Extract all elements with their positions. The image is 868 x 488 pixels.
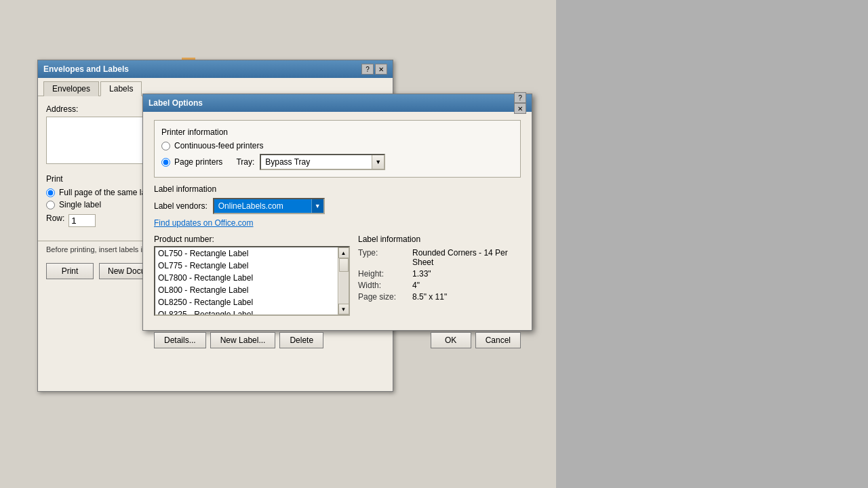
envelopes-dialog-titlebar: Envelopes and Labels ? ✕: [38, 60, 393, 78]
info-width-row: Width: 4": [358, 281, 521, 290]
product-list-scrollbar: ▲ ▼: [338, 247, 349, 314]
list-item[interactable]: OL750 - Rectangle Label: [155, 247, 338, 260]
two-panel: Product number: OL750 - Rectangle Label …: [154, 235, 521, 316]
type-value: Rounded Corners - 14 Per Sheet: [412, 248, 521, 267]
tray-dropdown-button[interactable]: ▼: [372, 155, 384, 169]
envelopes-dialog-title: Envelopes and Labels: [43, 64, 129, 74]
page-printers-radio[interactable]: [161, 158, 170, 167]
row-input[interactable]: [68, 214, 96, 227]
label-vendors-row: Label vendors: OnlineLabels.com ▼: [154, 198, 521, 214]
vendor-dropdown-button[interactable]: ▼: [311, 199, 323, 213]
printer-info-label: Printer information: [161, 127, 513, 137]
height-key: Height:: [358, 269, 412, 279]
lo-buttons-left: Details... New Label... Delete: [154, 332, 323, 348]
label-info-label: Label information: [154, 184, 521, 194]
background-right: [556, 0, 868, 488]
tab-labels[interactable]: Labels: [100, 81, 142, 96]
info-table: Type: Rounded Corners - 14 Per Sheet Hei…: [358, 248, 521, 304]
list-item[interactable]: OL7800 - Rectangle Label: [155, 272, 338, 284]
type-key: Type:: [358, 248, 412, 267]
tray-value: Bypass Tray: [261, 156, 372, 168]
new-label-button[interactable]: New Label...: [210, 332, 276, 348]
pagesize-value: 8.5" x 11": [412, 292, 447, 302]
ok-button[interactable]: OK: [431, 332, 471, 348]
pagesize-key: Page size:: [358, 292, 412, 302]
width-key: Width:: [358, 281, 412, 290]
label-options-content: Printer information Continuous-feed prin…: [143, 112, 532, 324]
info-pagesize-row: Page size: 8.5" x 11": [358, 292, 521, 302]
label-options-buttons: Details... New Label... Delete OK Cancel: [143, 327, 532, 354]
envelopes-close-button[interactable]: ✕: [375, 64, 387, 75]
cancel-button[interactable]: Cancel: [475, 332, 521, 348]
page-printers-row: Page printers Tray: Bypass Tray ▼: [161, 154, 513, 170]
vendors-label: Label vendors:: [154, 201, 208, 211]
info-panel-title: Label information: [358, 235, 521, 244]
list-item[interactable]: OL775 - Rectangle Label: [155, 260, 338, 272]
page-printers-option: Page printers: [161, 157, 222, 167]
single-label-text: Single label: [59, 200, 101, 209]
label-options-help-button[interactable]: ?: [514, 92, 526, 103]
label-options-title: Label Options: [149, 98, 203, 108]
product-number-label: Product number:: [154, 235, 350, 244]
product-listbox[interactable]: OL750 - Rectangle Label OL775 - Rectangl…: [154, 246, 350, 316]
product-panel: Product number: OL750 - Rectangle Label …: [154, 235, 350, 316]
tray-select-wrapper: Bypass Tray ▼: [260, 154, 385, 170]
list-item[interactable]: OL800 - Rectangle Label: [155, 284, 338, 296]
print-button[interactable]: Print: [46, 263, 94, 279]
envelopes-dialog-controls: ? ✕: [361, 64, 387, 75]
lo-buttons-right: OK Cancel: [431, 332, 521, 348]
row-label: Row:: [46, 214, 64, 223]
label-options-dialog: Label Options ? ✕ Printer information Co…: [142, 94, 532, 331]
product-list: OL750 - Rectangle Label OL775 - Rectangl…: [155, 247, 338, 314]
find-updates-link[interactable]: Find updates on Office.com: [154, 218, 521, 228]
info-height-row: Height: 1.33": [358, 269, 521, 279]
details-button[interactable]: Details...: [154, 332, 206, 348]
list-item[interactable]: OL8325 - Rectangle Label: [155, 308, 338, 314]
scroll-up-button[interactable]: ▲: [338, 247, 349, 258]
scroll-down-button[interactable]: ▼: [338, 304, 349, 314]
vendor-select-wrapper: OnlineLabels.com ▼: [213, 198, 325, 214]
envelopes-help-button[interactable]: ?: [361, 64, 374, 75]
list-item[interactable]: OL8250 - Rectangle Label: [155, 296, 338, 308]
scroll-thumb[interactable]: [339, 258, 349, 272]
printer-info-section: Printer information Continuous-feed prin…: [154, 120, 521, 178]
label-info-section: Label information Label vendors: OnlineL…: [154, 184, 521, 228]
delete-button[interactable]: Delete: [279, 332, 323, 348]
tab-envelopes[interactable]: Envelopes: [43, 81, 99, 96]
tray-label: Tray:: [236, 157, 254, 167]
continuous-feed-option: Continuous-feed printers: [161, 141, 513, 150]
single-label-radio[interactable]: [46, 201, 55, 209]
height-value: 1.33": [412, 269, 431, 279]
full-page-radio[interactable]: [46, 188, 55, 197]
label-options-controls: ? ✕: [514, 92, 526, 114]
page-printers-label: Page printers: [174, 157, 222, 167]
vendor-select-value: OnlineLabels.com: [214, 200, 311, 212]
continuous-feed-label: Continuous-feed printers: [174, 141, 263, 150]
tray-row: Tray: Bypass Tray ▼: [236, 154, 385, 170]
label-options-titlebar: Label Options ? ✕: [143, 94, 532, 112]
scroll-track[interactable]: [339, 258, 349, 304]
width-value: 4": [412, 281, 420, 290]
continuous-feed-radio[interactable]: [161, 142, 170, 150]
label-information-panel: Label information Type: Rounded Corners …: [358, 235, 521, 316]
info-type-row: Type: Rounded Corners - 14 Per Sheet: [358, 248, 521, 267]
address-textarea[interactable]: [46, 117, 155, 164]
label-options-close-button[interactable]: ✕: [514, 103, 526, 114]
